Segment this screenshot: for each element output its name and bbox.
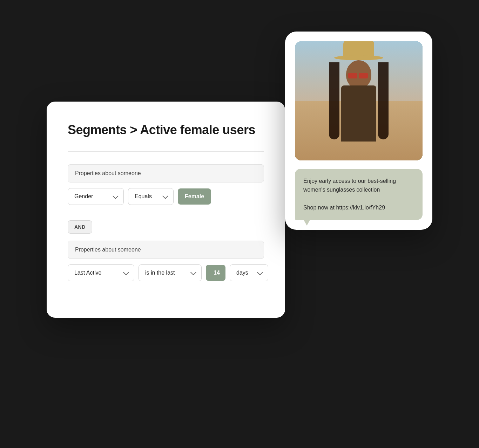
last-active-dropdown[interactable]: Last Active (68, 264, 134, 281)
number-value-badge: 14 (206, 265, 225, 281)
message-bubble: Enjoy early access to our best-selling w… (295, 169, 423, 220)
days-dropdown[interactable]: days (230, 264, 268, 281)
last-active-chevron-icon (123, 269, 129, 275)
last-active-dropdown-label: Last Active (74, 270, 101, 276)
person-illustration (295, 41, 423, 160)
equals-chevron-icon (162, 193, 168, 199)
gender-dropdown-label: Gender (74, 193, 93, 200)
product-image (295, 41, 423, 160)
page-title: Segments > Active female users (68, 123, 264, 137)
hair-right (378, 62, 389, 139)
female-value-badge: Female (178, 188, 211, 205)
and-badge-label: AND (68, 220, 92, 234)
condition-1-label: Properties about someone (68, 164, 264, 182)
head (346, 60, 371, 88)
segment-panel: Segments > Active female users Propertie… (47, 102, 285, 318)
days-chevron-icon (257, 269, 263, 275)
sunglasses (348, 73, 369, 78)
hat-brim (334, 55, 383, 60)
divider (68, 151, 264, 152)
message-text-1: Enjoy early access to our best-selling w… (303, 177, 414, 194)
gender-dropdown[interactable]: Gender (68, 188, 124, 205)
condition-block-1: Properties about someone Gender Equals F… (68, 164, 264, 205)
phone-card: Enjoy early access to our best-selling w… (285, 32, 432, 230)
days-dropdown-label: days (236, 270, 248, 276)
lens-right (359, 73, 368, 78)
hair-left (329, 62, 339, 139)
condition-2-row: Last Active is in the last 14 days (68, 264, 264, 281)
lens-left (348, 73, 357, 78)
gender-chevron-icon (113, 193, 119, 199)
body (341, 85, 376, 142)
and-connector[interactable]: AND (68, 213, 264, 241)
condition-block-2: Properties about someone Last Active is … (68, 241, 264, 281)
is-in-last-chevron-icon (190, 269, 196, 275)
condition-1-row: Gender Equals Female (68, 188, 264, 205)
is-in-last-dropdown-label: is in the last (145, 270, 175, 276)
equals-dropdown[interactable]: Equals (128, 188, 174, 205)
message-text-2: Shop now at https://klv1.io/fYh29 (303, 203, 414, 212)
condition-2-label: Properties about someone (68, 241, 264, 259)
is-in-last-dropdown[interactable]: is in the last (139, 264, 202, 281)
equals-dropdown-label: Equals (135, 193, 152, 200)
person-figure (324, 55, 394, 160)
